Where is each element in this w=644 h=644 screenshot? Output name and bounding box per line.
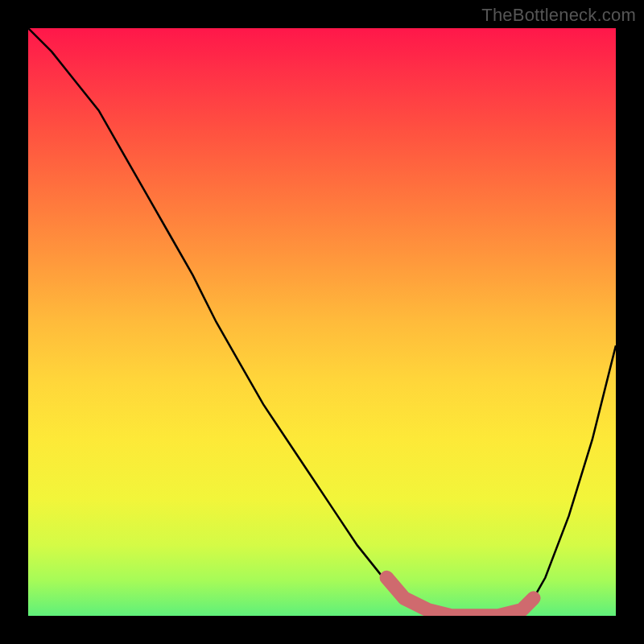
plot-area <box>28 28 616 616</box>
optimal-range-marker-path <box>386 578 534 616</box>
watermark-text: TheBottleneck.com <box>481 5 636 26</box>
bottleneck-curve-path <box>28 28 616 616</box>
chart-stage: TheBottleneck.com <box>0 0 644 644</box>
curve-svg <box>28 28 616 616</box>
